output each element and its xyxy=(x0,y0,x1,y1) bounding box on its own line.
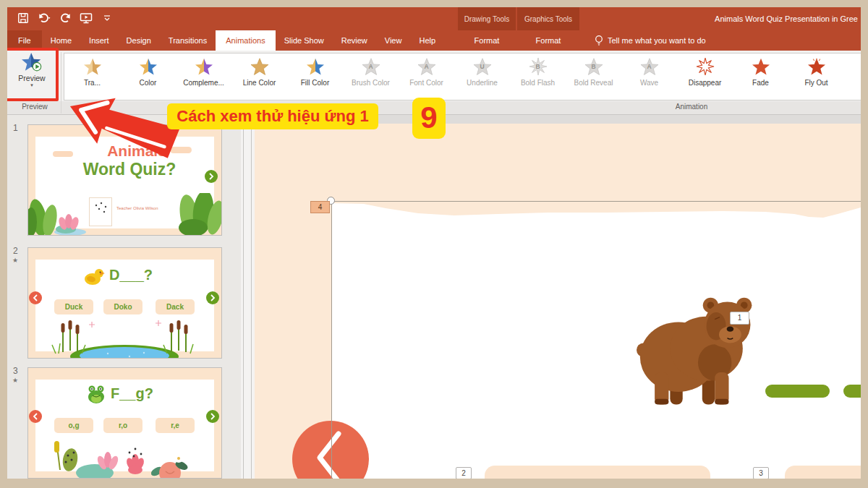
answer-button: r,e xyxy=(156,418,195,433)
arrow-annotation xyxy=(62,71,184,174)
slide-number-3: 3 xyxy=(13,366,18,376)
answer-button: Doko xyxy=(103,299,142,314)
animation-order-badge-4[interactable]: 4 xyxy=(310,201,330,213)
answer-blank-dash[interactable] xyxy=(765,385,830,398)
next-arrow-icon xyxy=(205,170,218,183)
effect-fill-color[interactable]: Fill Color xyxy=(287,53,343,100)
answer-blank-dash[interactable] xyxy=(843,385,861,398)
effect-bold-flash: B Bold Flash xyxy=(510,53,566,100)
slide3-question: F__g? xyxy=(111,385,153,402)
effect-label: Line Color xyxy=(243,79,276,87)
customize-toolbar-icon[interactable] xyxy=(100,11,114,25)
frog-icon xyxy=(86,385,106,404)
answer-button: Dack xyxy=(156,299,195,314)
effect-label: Wave xyxy=(640,79,658,87)
ribbon-group-divider xyxy=(61,52,61,114)
tab-slide-show[interactable]: Slide Show xyxy=(276,30,333,51)
effect-fly-out[interactable]: Fly Out xyxy=(788,53,844,100)
prev-arrow-icon xyxy=(29,410,42,423)
panel-scrollbar[interactable] xyxy=(241,114,255,479)
undo-icon[interactable] xyxy=(37,11,51,25)
effect-disappear[interactable]: Disappear xyxy=(677,53,733,100)
star-letter: B xyxy=(566,63,621,70)
effect-brush-color: A Brush Color xyxy=(343,53,399,100)
duck-icon xyxy=(83,267,105,286)
slide-thumbnail-3[interactable]: F__g? o,g r,o r,e xyxy=(27,367,222,479)
animation-star-icon: ★ xyxy=(12,257,18,264)
tab-insert[interactable]: Insert xyxy=(80,30,118,51)
effect-line-color[interactable]: Line Color xyxy=(231,53,287,100)
effect-font-color: A Font Color xyxy=(399,53,454,100)
selection-border-left xyxy=(331,201,332,479)
screenshot-frame xyxy=(0,0,7,488)
slide-number-2: 2 xyxy=(13,246,18,256)
answer-button: Duck xyxy=(54,299,93,314)
redo-icon[interactable] xyxy=(58,11,72,25)
start-slideshow-icon[interactable] xyxy=(79,11,93,25)
effect-wave: A Wave xyxy=(621,53,677,100)
tab-animations[interactable]: Animations xyxy=(216,30,275,51)
drawing-tools-contextual-tab[interactable]: Drawing Tools xyxy=(458,7,516,30)
effect-label: Fly Out xyxy=(804,79,827,87)
slide2-question: D___? xyxy=(109,267,153,283)
effect-label: Compleme... xyxy=(183,79,224,87)
tab-format-graphics[interactable]: Format xyxy=(517,30,579,51)
effect-label: Font Color xyxy=(409,79,443,87)
graphics-tools-contextual-tab[interactable]: Graphics Tools xyxy=(517,7,579,30)
effect-fade[interactable]: Fade xyxy=(733,53,788,100)
animation-order-badge-1[interactable]: 1 xyxy=(730,312,749,325)
torn-paper-shape[interactable] xyxy=(331,195,861,479)
bear-illustration[interactable] xyxy=(637,294,760,409)
animation-group-label: Animation xyxy=(619,103,764,111)
tab-format-drawing[interactable]: Format xyxy=(458,30,516,51)
effect-float[interactable]: Float xyxy=(844,53,861,100)
save-icon[interactable] xyxy=(16,11,30,25)
animation-order-badge-2[interactable]: 2 xyxy=(456,467,472,479)
answer-button: r,o xyxy=(103,418,142,433)
next-arrow-icon xyxy=(206,291,219,304)
tab-design[interactable]: Design xyxy=(118,30,160,51)
screenshot-frame xyxy=(861,0,868,488)
slide-number-1: 1 xyxy=(13,123,18,133)
next-arrow-icon xyxy=(206,410,219,423)
flowers-illustration xyxy=(28,438,221,478)
effect-label: Underline xyxy=(467,79,498,87)
effect-label: Fill Color xyxy=(301,79,329,87)
title-bar: Drawing Tools Graphics Tools Animals Wor… xyxy=(7,7,861,30)
tab-help[interactable]: Help xyxy=(410,30,444,51)
answer-button-shape[interactable] xyxy=(785,466,861,479)
effect-complementary-color[interactable]: Compleme... xyxy=(176,53,231,100)
effect-label: Bold Flash xyxy=(521,79,555,87)
animation-order-badge-3[interactable]: 3 xyxy=(753,467,769,479)
effect-label: Disappear xyxy=(689,79,722,87)
tab-review[interactable]: Review xyxy=(333,30,376,51)
star-orange-icon xyxy=(752,58,770,75)
selection-border-top xyxy=(331,201,861,202)
star-gold-purple-icon xyxy=(195,58,213,75)
tab-view[interactable]: View xyxy=(376,30,411,51)
preview-group-label: Preview xyxy=(7,103,62,111)
tab-transitions[interactable]: Transitions xyxy=(160,30,216,51)
burst-orange-outline-icon xyxy=(696,58,715,75)
quick-access-toolbar xyxy=(16,11,114,25)
screenshot-frame xyxy=(0,0,868,7)
star-letter: B xyxy=(510,63,566,70)
effect-underline: U Underline xyxy=(454,53,510,100)
prev-arrow-icon xyxy=(29,291,42,304)
effect-label: Bold Reveal xyxy=(574,79,613,87)
ribbon-tab-row: File Home Insert Design Transitions Anim… xyxy=(7,30,861,51)
star-letter: A xyxy=(399,63,454,70)
highlight-box-annotation xyxy=(4,48,59,101)
slide-thumbnail-2[interactable]: D___? Duck Doko Dack xyxy=(27,247,222,359)
effect-label: Brush Color xyxy=(352,79,390,87)
answer-button-shape[interactable] xyxy=(485,466,710,479)
application-window: Drawing Tools Graphics Tools Animals Wor… xyxy=(0,0,868,488)
plants-illustration xyxy=(28,193,221,235)
tell-me-box[interactable]: Tell me what you want to do xyxy=(595,30,706,51)
step-number-annotation: 9 xyxy=(412,98,446,139)
effect-bold-reveal: B Bold Reveal xyxy=(566,53,621,100)
pond-illustration xyxy=(28,320,221,358)
star-letter: A xyxy=(343,63,399,70)
callout-annotation: Cách xem thử hiệu ứng 1 xyxy=(167,103,378,129)
tell-me-label: Tell me what you want to do xyxy=(608,36,706,45)
